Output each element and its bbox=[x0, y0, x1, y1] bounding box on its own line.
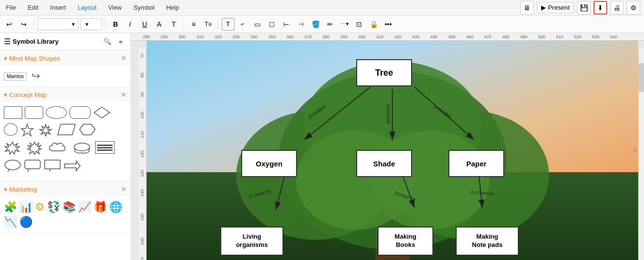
node-notepads-label: MakingNote pads bbox=[472, 233, 503, 249]
marketing-puzzle[interactable]: 🧩 bbox=[4, 201, 17, 213]
print-button[interactable]: 🖨 bbox=[610, 1, 624, 15]
size-dropdown[interactable]: ▾ bbox=[80, 18, 102, 30]
line-style-button[interactable]: ⋯▾ bbox=[338, 18, 351, 31]
more-button[interactable]: ••• bbox=[382, 18, 395, 31]
shape-circle[interactable] bbox=[4, 123, 17, 136]
shape-parallelogram[interactable] bbox=[57, 123, 76, 138]
marketing-close[interactable]: ✕ bbox=[121, 185, 127, 193]
svg-marker-8 bbox=[65, 161, 80, 171]
diagram-container[interactable]: provides provides provides is Used by Is… bbox=[147, 41, 638, 260]
canvas-inner[interactable]: 70 80 90 100 110 120 130 140 150 160 170 bbox=[139, 41, 644, 260]
node-living[interactable]: Livingorganisms bbox=[220, 227, 283, 256]
node-notepads[interactable]: MakingNote pads bbox=[456, 227, 519, 256]
marketing-chart2[interactable]: 📈 bbox=[78, 201, 91, 213]
crop-button[interactable]: ⊡ bbox=[353, 18, 365, 31]
marketing-gift[interactable]: 🎁 bbox=[94, 201, 107, 213]
mind-map-close[interactable]: ✕ bbox=[121, 54, 127, 62]
present-button[interactable]: ▶ Present bbox=[537, 2, 574, 13]
shape-explosion2[interactable] bbox=[24, 141, 45, 156]
ruler-top: 280 290 300 310 320 330 340 350 360 370 … bbox=[131, 33, 644, 41]
align3-button[interactable]: ⊣ bbox=[295, 18, 307, 31]
shape-star[interactable] bbox=[20, 123, 34, 138]
mind-map-section: ▾ Mind Map Shapes ✕ Maintos ↩ bbox=[0, 50, 131, 87]
text-box-button[interactable]: T bbox=[222, 18, 234, 31]
save-button[interactable]: 💾 bbox=[577, 1, 591, 15]
marketing-section: ▾ Marketing ✕ 🧩 📊 ⚙ 💱 📚 📈 🎁 🌐 📉 🔵 bbox=[0, 181, 131, 233]
toolbar: ↩ ↪ ▾ ▾ B I U A T ≡ T≡ T ⌐ ▭ ▢ ⊢ ⊣ 🪣 ✏ ⋯… bbox=[0, 16, 644, 33]
marketing-pie[interactable]: 🔵 bbox=[19, 216, 33, 228]
lock-button[interactable]: 🔒 bbox=[367, 18, 380, 31]
shape-speech-rect[interactable] bbox=[44, 159, 61, 174]
marketing-globe[interactable]: 🌐 bbox=[109, 201, 122, 213]
scrollbar-thumb[interactable] bbox=[639, 63, 644, 92]
text-align-button[interactable]: T≡ bbox=[202, 18, 215, 31]
marketing-arrow-chart[interactable]: 📉 bbox=[4, 216, 17, 228]
svg-marker-0 bbox=[94, 107, 110, 118]
node-tree-label: Tree bbox=[375, 68, 393, 78]
concept-map-section-header[interactable]: ▾ Concept Map ✕ bbox=[0, 87, 131, 102]
node-books[interactable]: MakingBooks bbox=[378, 227, 433, 256]
monitor-button[interactable]: 🖥 bbox=[520, 1, 534, 15]
pen-button[interactable]: ✏ bbox=[324, 18, 336, 31]
align2-button[interactable]: ⊢ bbox=[280, 18, 293, 31]
shape-starburst[interactable] bbox=[37, 123, 54, 138]
italic-button[interactable]: I bbox=[124, 18, 136, 31]
marketing-stack[interactable]: 📚 bbox=[63, 201, 76, 213]
shape-hexagon[interactable] bbox=[79, 123, 96, 138]
align-button[interactable]: ≡ bbox=[187, 18, 200, 31]
marketing-chart[interactable]: 📊 bbox=[19, 201, 33, 213]
shape-list[interactable] bbox=[95, 141, 115, 154]
fill-button[interactable]: 🪣 bbox=[309, 18, 322, 31]
redo-button[interactable]: ↪ bbox=[17, 18, 30, 31]
shape-ellipse[interactable] bbox=[46, 106, 67, 119]
shape-button[interactable]: ▭ bbox=[251, 18, 264, 31]
settings-button[interactable]: ⚙ bbox=[627, 1, 640, 15]
menu-symbol[interactable]: Symbol bbox=[132, 3, 156, 12]
svg-point-4 bbox=[74, 143, 90, 151]
node-oxygen[interactable]: Oxygen bbox=[241, 150, 297, 177]
corner-button[interactable]: ⌐ bbox=[236, 18, 249, 31]
bold-button[interactable]: B bbox=[109, 18, 122, 31]
shape-rect[interactable] bbox=[4, 106, 22, 119]
node-books-label: MakingBooks bbox=[395, 233, 416, 249]
mindmap-curve-shape[interactable]: ↩ bbox=[32, 70, 40, 82]
svg-rect-7 bbox=[45, 160, 60, 169]
canvas-area[interactable]: 280 290 300 310 320 330 340 350 360 370 … bbox=[131, 33, 644, 260]
shape-speech-bubble1[interactable] bbox=[4, 159, 21, 174]
menu-view[interactable]: View bbox=[106, 3, 124, 12]
download-button[interactable]: ⬇ bbox=[594, 1, 607, 15]
menu-edit[interactable]: Edit bbox=[26, 3, 40, 12]
marketing-section-header[interactable]: ▾ Marketing ✕ bbox=[0, 181, 131, 197]
shape-rounded-ellipse[interactable] bbox=[69, 106, 91, 119]
search-button[interactable]: 🔍 bbox=[101, 36, 113, 48]
shape-cloud2[interactable] bbox=[71, 141, 93, 156]
node-shade[interactable]: Shade bbox=[356, 150, 412, 177]
scrollbar-right[interactable] bbox=[638, 49, 644, 260]
mind-map-section-header[interactable]: ▾ Mind Map Shapes ✕ bbox=[0, 50, 131, 66]
shape-diamond[interactable] bbox=[93, 106, 111, 120]
separator-4 bbox=[218, 19, 218, 29]
underline-button[interactable]: U bbox=[138, 18, 151, 31]
mindmap-box-shape[interactable]: Maintos bbox=[4, 72, 27, 81]
text-button[interactable]: T bbox=[167, 18, 180, 31]
undo-button[interactable]: ↩ bbox=[3, 18, 16, 31]
concept-map-close[interactable]: ✕ bbox=[121, 91, 127, 98]
menu-insert[interactable]: Insert bbox=[48, 3, 68, 12]
fontcolor-button[interactable]: A bbox=[153, 18, 165, 31]
node-tree[interactable]: Tree bbox=[356, 59, 412, 86]
rounded-rect-button[interactable]: ▢ bbox=[265, 18, 278, 31]
shape-explosion1[interactable] bbox=[4, 141, 21, 156]
menu-file[interactable]: File bbox=[4, 3, 18, 12]
shape-cloud[interactable] bbox=[48, 141, 69, 156]
marketing-gear[interactable]: ⚙ bbox=[35, 201, 45, 213]
menu-layout[interactable]: Layout bbox=[76, 3, 99, 12]
font-dropdown[interactable]: ▾ bbox=[37, 18, 78, 30]
shape-arrow[interactable] bbox=[64, 159, 81, 174]
menu-help[interactable]: Help bbox=[164, 3, 181, 12]
collapse-button[interactable]: « bbox=[115, 36, 127, 48]
shape-speech-bubble2[interactable] bbox=[24, 159, 41, 174]
font-chevron: ▾ bbox=[72, 21, 75, 28]
marketing-money[interactable]: 💱 bbox=[47, 201, 60, 213]
shape-rounded-rect[interactable] bbox=[25, 106, 43, 119]
node-paper[interactable]: Paper bbox=[448, 150, 504, 177]
